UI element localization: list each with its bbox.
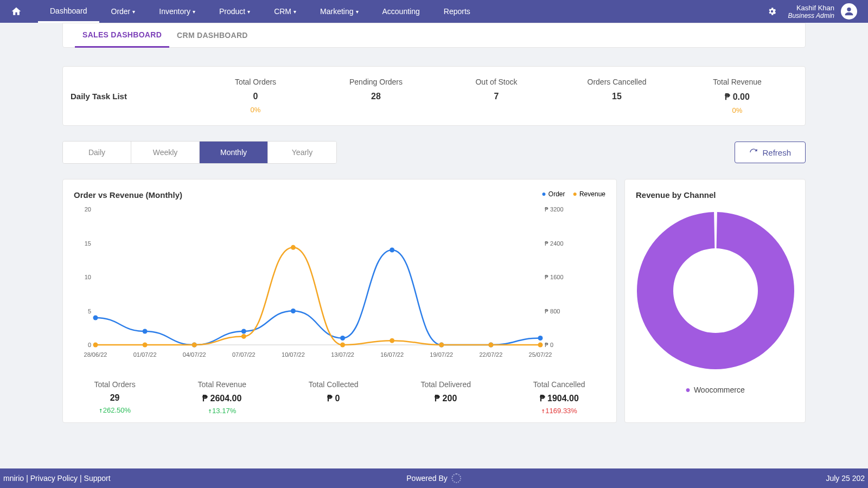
tab-crm-dashboard[interactable]: CRM DASHBOARD bbox=[169, 23, 256, 48]
period-yearly[interactable]: Yearly bbox=[268, 142, 336, 163]
period-weekly[interactable]: Weekly bbox=[131, 142, 200, 163]
daily-task-card: Daily Task List Total Orders00%Pending O… bbox=[62, 66, 806, 126]
refresh-button[interactable]: Refresh bbox=[735, 142, 806, 163]
nav-order[interactable]: Order▾ bbox=[99, 0, 148, 23]
svg-text:10: 10 bbox=[85, 274, 91, 280]
svg-point-38 bbox=[439, 343, 444, 348]
svg-text:0: 0 bbox=[88, 342, 91, 348]
svg-point-26 bbox=[340, 336, 345, 341]
svg-point-30 bbox=[538, 336, 543, 341]
kpi: Total Collected₱ 0 bbox=[309, 380, 359, 415]
period-monthly[interactable]: Monthly bbox=[200, 142, 268, 163]
svg-text:07/07/22: 07/07/22 bbox=[232, 351, 256, 358]
task-stat: Total Revenue₱ 0.000% bbox=[677, 78, 797, 114]
user-name: Kashif Khan bbox=[788, 4, 834, 12]
gear-icon[interactable] bbox=[767, 7, 777, 16]
svg-text:₱ 800: ₱ 800 bbox=[545, 308, 560, 314]
svg-point-32 bbox=[143, 343, 148, 348]
legend-revenue: Revenue bbox=[572, 189, 605, 198]
svg-point-37 bbox=[390, 338, 394, 343]
svg-text:₱ 2400: ₱ 2400 bbox=[545, 240, 564, 247]
svg-text:₱ 0: ₱ 0 bbox=[545, 342, 553, 348]
footer-date: July 25 202 bbox=[826, 474, 865, 483]
svg-text:04/07/22: 04/07/22 bbox=[183, 351, 206, 358]
user-role: Business Admin bbox=[788, 12, 834, 20]
svg-text:10/07/22: 10/07/22 bbox=[282, 351, 305, 358]
svg-text:5: 5 bbox=[88, 308, 91, 314]
footer-powered: Powered By bbox=[406, 474, 447, 483]
svg-text:28/06/22: 28/06/22 bbox=[84, 351, 107, 358]
legend-order: Order bbox=[541, 189, 565, 198]
task-stat: Out of Stock7 bbox=[436, 78, 557, 114]
nav-dashboard[interactable]: Dashboard bbox=[38, 0, 99, 23]
svg-text:16/07/22: 16/07/22 bbox=[380, 351, 404, 358]
svg-point-21 bbox=[93, 316, 98, 320]
svg-text:25/07/22: 25/07/22 bbox=[529, 351, 552, 358]
nav-crm[interactable]: CRM▾ bbox=[262, 0, 308, 23]
svg-text:20: 20 bbox=[85, 206, 91, 213]
nav-inventory[interactable]: Inventory▾ bbox=[147, 0, 207, 23]
svg-text:19/07/22: 19/07/22 bbox=[430, 351, 453, 358]
footer-left[interactable]: mnirio|Privacy Policy|Support bbox=[3, 474, 111, 483]
spinner-icon bbox=[452, 473, 462, 483]
svg-point-39 bbox=[488, 343, 493, 348]
nav-reports[interactable]: Reports bbox=[432, 0, 482, 23]
svg-point-27 bbox=[390, 248, 394, 253]
daily-task-title: Daily Task List bbox=[71, 92, 195, 101]
nav-marketing[interactable]: Marketing▾ bbox=[308, 0, 370, 23]
svg-point-35 bbox=[291, 245, 296, 250]
period-daily[interactable]: Daily bbox=[63, 142, 131, 163]
svg-text:₱ 1600: ₱ 1600 bbox=[545, 274, 564, 280]
svg-text:15: 15 bbox=[85, 240, 91, 247]
svg-point-24 bbox=[241, 329, 246, 334]
svg-point-40 bbox=[538, 343, 543, 348]
line-chart-title: Order vs Revenue (Monthly) bbox=[74, 190, 605, 200]
svg-text:01/07/22: 01/07/22 bbox=[133, 351, 157, 358]
svg-point-22 bbox=[143, 329, 148, 334]
kpi: Total Revenue₱ 2604.00↑13.17% bbox=[197, 380, 246, 415]
task-stat: Total Orders00% bbox=[195, 78, 316, 114]
kpi: Total Orders29↑262.50% bbox=[94, 380, 135, 415]
kpi: Total Cancelled₱ 1904.00↑1169.33% bbox=[533, 380, 585, 415]
tab-sales-dashboard[interactable]: SALES DASHBOARD bbox=[75, 23, 169, 48]
svg-point-36 bbox=[340, 343, 345, 348]
svg-text:13/07/22: 13/07/22 bbox=[331, 351, 354, 358]
task-stat: Orders Cancelled15 bbox=[557, 78, 677, 114]
refresh-label: Refresh bbox=[762, 148, 791, 157]
svg-point-31 bbox=[93, 343, 98, 348]
line-chart-card: Order vs Revenue (Monthly) Order Revenue… bbox=[62, 179, 617, 423]
svg-text:₱ 3200: ₱ 3200 bbox=[545, 206, 564, 213]
svg-point-34 bbox=[241, 334, 246, 339]
kpi: Total Delivered₱ 200 bbox=[420, 380, 471, 415]
nav-accounting[interactable]: Accounting bbox=[371, 0, 432, 23]
avatar[interactable] bbox=[841, 3, 857, 20]
donut-title: Revenue by Channel bbox=[636, 190, 794, 200]
home-icon[interactable] bbox=[11, 6, 22, 17]
donut-legend: Woocommerce bbox=[636, 385, 794, 395]
donut-card: Revenue by Channel Woocommerce bbox=[624, 179, 806, 423]
svg-text:22/07/22: 22/07/22 bbox=[479, 351, 502, 358]
svg-point-33 bbox=[192, 343, 197, 348]
nav-product[interactable]: Product▾ bbox=[207, 0, 262, 23]
svg-point-25 bbox=[291, 309, 296, 313]
task-stat: Pending Orders28 bbox=[316, 78, 436, 114]
